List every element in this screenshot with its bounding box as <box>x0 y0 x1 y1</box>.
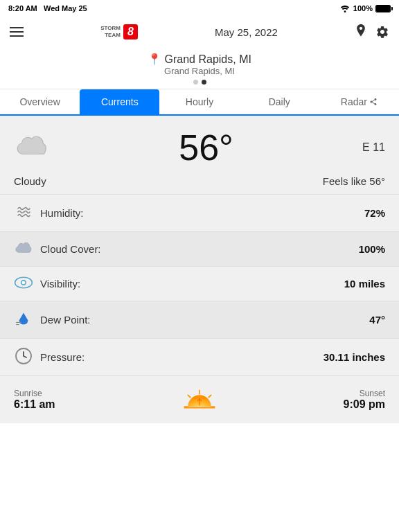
app-logo: STORM TEAM 8 <box>100 24 138 39</box>
battery-level: 100% <box>353 4 373 12</box>
cloud-cover-icon <box>14 240 33 258</box>
cloud-cover-value: 100% <box>359 243 385 255</box>
pressure-icon <box>14 347 33 367</box>
location-pin-icon: 📍 <box>148 53 161 65</box>
sunset-label: Sunset <box>344 389 385 398</box>
pressure-row: Pressure: 30.11 inches <box>0 338 399 375</box>
sun-row: Sunrise 6:11 am Su <box>0 375 399 423</box>
status-time-date: 8:20 AM Wed May 25 <box>8 4 87 12</box>
location-banner: 📍 Grand Rapids, MI Grand Rapids, MI <box>0 47 399 89</box>
location-primary: 📍 Grand Rapids, MI <box>0 53 399 66</box>
condition-row: Cloudy Feels like 56° <box>0 174 399 194</box>
status-bar: 8:20 AM Wed May 25 100% <box>0 0 399 17</box>
feels-like: Feels like 56° <box>323 175 385 187</box>
visibility-value: 10 miles <box>344 278 385 290</box>
location-page-dots <box>0 80 399 85</box>
tab-daily[interactable]: Daily <box>240 89 319 114</box>
cloud-cover-label: Cloud Cover: <box>40 243 101 255</box>
tab-currents[interactable]: Currents <box>80 89 159 114</box>
menu-button[interactable] <box>10 27 24 37</box>
cloud-weather-icon <box>14 135 50 160</box>
location-city: Grand Rapids, MI <box>165 53 251 65</box>
pressure-value: 30.11 inches <box>323 351 385 363</box>
sunset-time: 9:09 pm <box>344 398 385 411</box>
visibility-row: Visibility: 10 miles <box>0 266 399 301</box>
pressure-label: Pressure: <box>40 351 85 363</box>
main-content: 56° E 11 Cloudy Feels like 56° <box>0 116 399 423</box>
tab-radar[interactable]: Radar <box>319 89 399 114</box>
header-action-icons <box>355 24 389 39</box>
location-icon[interactable] <box>355 24 367 39</box>
sunrise-label: Sunrise <box>14 389 55 398</box>
svg-line-8 <box>24 356 26 357</box>
sunrise-info: Sunrise 6:11 am <box>14 389 55 411</box>
dew-point-row: Dew Point: 47° <box>0 301 399 338</box>
dot-2 <box>202 80 206 85</box>
humidity-label: Humidity: <box>40 207 84 219</box>
battery-fill <box>376 6 390 12</box>
svg-point-0 <box>344 10 346 12</box>
tab-radar-label: Radar <box>341 96 367 107</box>
settings-icon[interactable] <box>375 25 389 39</box>
visibility-label: Visibility: <box>40 278 80 290</box>
header-date: May 25, 2022 <box>215 26 278 38</box>
dew-point-icon <box>14 310 33 330</box>
visibility-icon <box>14 275 33 292</box>
data-section: Humidity: 72% Cloud Cover: 100% <box>0 194 399 375</box>
battery-icon <box>375 5 391 12</box>
current-top-row: 56° E 11 <box>0 116 399 174</box>
tab-hourly[interactable]: Hourly <box>159 89 239 114</box>
nav-tabs: Overview Currents Hourly Daily Radar <box>0 89 399 116</box>
share-icon <box>369 98 378 106</box>
sunrise-time: 6:11 am <box>14 398 55 411</box>
tab-overview[interactable]: Overview <box>0 89 80 114</box>
condition-label: Cloudy <box>14 175 46 187</box>
location-secondary: Grand Rapids, MI <box>0 66 399 76</box>
sunrise-icon <box>182 386 217 414</box>
dew-point-label: Dew Point: <box>40 314 91 326</box>
humidity-value: 72% <box>364 207 385 219</box>
temperature-display: 56° <box>179 127 233 168</box>
dew-point-value: 47° <box>369 314 385 326</box>
wifi-icon <box>339 4 351 12</box>
svg-line-10 <box>188 395 190 397</box>
status-icons: 100% <box>339 4 391 12</box>
wind-display: E 11 <box>362 141 385 154</box>
status-date: Wed May 25 <box>44 4 87 12</box>
svg-line-11 <box>209 395 211 397</box>
humidity-icon <box>14 203 33 223</box>
dot-1 <box>193 80 198 85</box>
logo-number: 8 <box>123 24 138 39</box>
sunset-info: Sunset 9:09 pm <box>344 389 385 411</box>
app-header: STORM TEAM 8 May 25, 2022 <box>0 17 399 47</box>
logo-prefix: STORM TEAM <box>100 25 121 38</box>
cloud-cover-row: Cloud Cover: 100% <box>0 231 399 266</box>
humidity-row: Humidity: 72% <box>0 194 399 231</box>
svg-point-3 <box>22 281 26 285</box>
status-time: 8:20 AM <box>8 4 37 12</box>
